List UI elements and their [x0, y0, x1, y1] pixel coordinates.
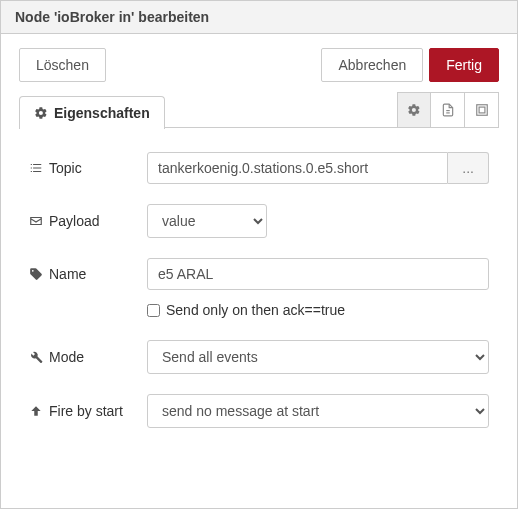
row-ack: Send only on then ack==true	[147, 302, 489, 318]
gear-icon	[407, 103, 421, 117]
tab-properties-label: Eigenschaften	[54, 105, 150, 121]
row-mode: Mode Send all events	[29, 340, 489, 374]
arrow-up-icon	[29, 404, 43, 418]
tab-icon-info[interactable]	[431, 92, 465, 128]
properties-form: Topic ... Payload value Name Send only o…	[1, 128, 517, 458]
payload-label: Payload	[49, 213, 100, 229]
name-input[interactable]	[147, 258, 489, 290]
done-button[interactable]: Fertig	[429, 48, 499, 82]
fire-by-start-select[interactable]: send no message at start	[147, 394, 489, 428]
wrench-icon	[29, 350, 43, 364]
mode-select[interactable]: Send all events	[147, 340, 489, 374]
dialog-toolbar: Löschen Abbrechen Fertig	[1, 34, 517, 88]
dialog-header: Node 'ioBroker in' bearbeiten	[1, 1, 517, 34]
ack-checkbox[interactable]	[147, 304, 160, 317]
payload-select[interactable]: value	[147, 204, 267, 238]
dialog-title: Node 'ioBroker in' bearbeiten	[15, 9, 209, 25]
row-name: Name	[29, 258, 489, 290]
envelope-icon	[29, 214, 43, 228]
svg-rect-2	[476, 105, 487, 116]
ack-label: Send only on then ack==true	[166, 302, 345, 318]
gear-icon	[34, 106, 48, 120]
mode-label: Mode	[49, 349, 84, 365]
tab-icon-settings[interactable]	[397, 92, 431, 128]
document-icon	[441, 103, 455, 117]
svg-rect-3	[479, 107, 485, 113]
layout-icon	[475, 103, 489, 117]
row-topic: Topic ...	[29, 152, 489, 184]
delete-button[interactable]: Löschen	[19, 48, 106, 82]
list-icon	[29, 161, 43, 175]
topic-browse-button[interactable]: ...	[448, 152, 489, 184]
name-label: Name	[49, 266, 86, 282]
tab-icon-appearance[interactable]	[465, 92, 499, 128]
topic-label: Topic	[49, 160, 82, 176]
row-payload: Payload value	[29, 204, 489, 238]
topic-input[interactable]	[147, 152, 448, 184]
tab-properties[interactable]: Eigenschaften	[19, 96, 165, 129]
row-fire-by-start: Fire by start send no message at start	[29, 394, 489, 428]
tab-bar: Eigenschaften	[1, 92, 517, 128]
tag-icon	[29, 267, 43, 281]
cancel-button[interactable]: Abbrechen	[321, 48, 423, 82]
fire-by-start-label: Fire by start	[49, 403, 123, 419]
